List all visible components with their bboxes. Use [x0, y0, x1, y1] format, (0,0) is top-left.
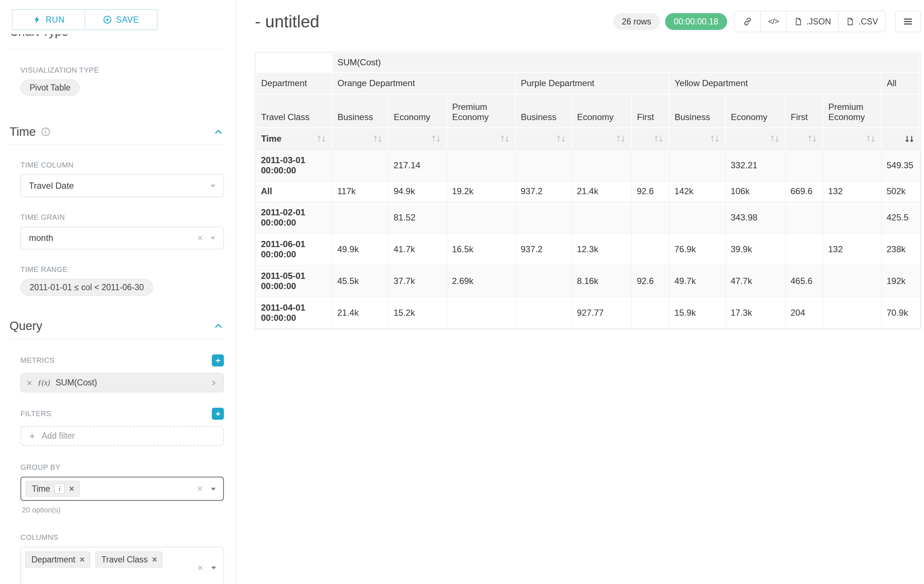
sort-header[interactable]: [332, 128, 388, 149]
clear-icon[interactable]: ×: [197, 563, 203, 572]
time-range-pill[interactable]: 2011-01-01 ≤ col < 2011-06-30: [20, 279, 153, 296]
explore-control-panel: RUN SAVE Chart Type VISUALIZATION TYPE P…: [0, 0, 236, 584]
chevron-up-icon[interactable]: [213, 34, 224, 37]
pivot-cell: 937.2: [515, 233, 572, 265]
pivot-row-label: 2011-06-01 00:00:00: [256, 233, 332, 265]
pivot-cell: 49.7k: [669, 265, 725, 297]
add-filter-plus-button[interactable]: [212, 408, 224, 420]
sort-icon: [556, 133, 566, 144]
class-header: Premium Economy: [447, 94, 515, 128]
sort-header[interactable]: [785, 128, 823, 149]
time-column-select[interactable]: Travel Date: [20, 174, 224, 197]
sort-header[interactable]: [515, 128, 572, 149]
group-by-select[interactable]: Time i × ×: [20, 477, 224, 501]
sort-icon: [769, 133, 780, 144]
export-csv-label: .CSV: [858, 17, 878, 26]
chart-type-section-clipped: Chart Type: [10, 34, 224, 47]
remove-metric-icon[interactable]: ×: [26, 378, 32, 388]
clear-icon[interactable]: ×: [197, 484, 203, 494]
sort-icon: [710, 133, 720, 144]
time-grain-value: month: [29, 233, 53, 243]
chart-menu-button[interactable]: [895, 11, 921, 32]
pivot-cell: 927.77: [572, 297, 632, 329]
chevron-up-icon[interactable]: [213, 321, 224, 331]
chart-title[interactable]: - untitled: [255, 12, 319, 31]
save-button[interactable]: SAVE: [85, 10, 158, 30]
pivot-cell: 81.52: [388, 201, 447, 233]
time-header-label: Time: [261, 133, 282, 144]
sort-header[interactable]: [572, 128, 632, 149]
pivot-row-label: 2011-05-01 00:00:00: [256, 265, 332, 297]
view-query-button[interactable]: </>: [761, 11, 787, 32]
pivot-cell: 192k: [881, 265, 920, 297]
sort-header[interactable]: [388, 128, 447, 149]
export-json-button[interactable]: .JSON: [786, 11, 839, 32]
remove-value-icon[interactable]: ×: [79, 556, 84, 564]
pivot-cell: 2.69k: [447, 265, 515, 297]
sort-header[interactable]: [447, 128, 515, 149]
sort-header-active[interactable]: [881, 128, 920, 149]
share-link-button[interactable]: [734, 11, 761, 32]
sort-header[interactable]: [725, 128, 785, 149]
clear-icon[interactable]: ×: [197, 233, 203, 243]
metric-label: SUM(Cost): [56, 378, 97, 388]
add-metric-button[interactable]: [212, 354, 224, 367]
export-csv-button[interactable]: .CSV: [838, 11, 886, 32]
pivot-cell: 142k: [669, 181, 725, 201]
metrics-label-row: METRICS: [20, 354, 224, 367]
pivot-cell: [632, 297, 669, 329]
columns-value-pill[interactable]: Travel Class ×: [95, 551, 163, 568]
add-filter-dropzone[interactable]: Add filter: [20, 426, 224, 446]
class-header: First: [632, 94, 669, 128]
columns-select[interactable]: Department × Travel Class × ×: [20, 547, 224, 584]
remove-value-icon[interactable]: ×: [69, 485, 74, 493]
columns-value-pill[interactable]: Department ×: [25, 551, 90, 568]
metric-item[interactable]: × ƒ(x) SUM(Cost): [20, 373, 224, 392]
time-sort-header[interactable]: Time: [256, 128, 332, 149]
pivot-cell: 8.16k: [572, 265, 632, 297]
sort-icon: [431, 133, 441, 144]
pivot-cell: 12.3k: [572, 233, 632, 265]
pivot-cell: 94.9k: [388, 181, 447, 201]
remove-value-icon[interactable]: ×: [152, 556, 157, 564]
pivot-cell: [447, 201, 515, 233]
run-button[interactable]: RUN: [12, 10, 85, 30]
pivot-cell: 45.5k: [332, 265, 388, 297]
pivot-cell: 49.9k: [332, 233, 388, 265]
caret-down-icon: [209, 182, 217, 190]
pivot-cell: [823, 201, 881, 233]
pivot-cell: [515, 201, 572, 233]
pivot-cell: 106k: [725, 181, 785, 201]
lightning-icon: [33, 15, 41, 24]
pivot-cell: [515, 149, 572, 181]
pivot-cell: [572, 201, 632, 233]
group-by-value-pill[interactable]: Time i ×: [26, 481, 79, 497]
class-header: Business: [332, 94, 388, 128]
visualization-type-label: VISUALIZATION TYPE: [20, 66, 224, 74]
visualization-type-pill[interactable]: Pivot Table: [20, 80, 79, 95]
row-dimension-header: Department: [256, 72, 332, 94]
pivot-cell: 39.9k: [725, 233, 785, 265]
pivot-cell: 117k: [332, 181, 388, 201]
sort-icon: [807, 133, 817, 144]
class-header: Economy: [572, 94, 632, 128]
column-group-header: Yellow Department: [669, 72, 881, 94]
plus-icon: [28, 432, 36, 441]
pivot-cell: [785, 233, 823, 265]
chevron-right-icon[interactable]: [210, 379, 218, 387]
sort-header[interactable]: [669, 128, 725, 149]
column-group-header: Orange Department: [332, 72, 515, 94]
sort-header[interactable]: [632, 128, 669, 149]
pivot-row-label: 2011-03-01 00:00:00: [256, 149, 332, 181]
time-grain-select[interactable]: month ×: [20, 227, 224, 249]
sort-header[interactable]: [823, 128, 881, 149]
chart-type-heading: Chart Type: [10, 34, 68, 39]
pivot-cell: [823, 297, 881, 329]
chevron-up-icon[interactable]: [213, 126, 224, 137]
table-row: 2011-04-01 00:00:00 21.4k 15.2k 927.77 1…: [256, 297, 920, 329]
plus-icon: [214, 410, 222, 418]
row-dimension2-header: Travel Class: [256, 94, 332, 128]
group-by-options-hint: 20 option(s): [22, 506, 224, 514]
pivot-row-label: 2011-02-01 00:00:00: [256, 201, 332, 233]
group-by-value: Time: [32, 484, 50, 494]
